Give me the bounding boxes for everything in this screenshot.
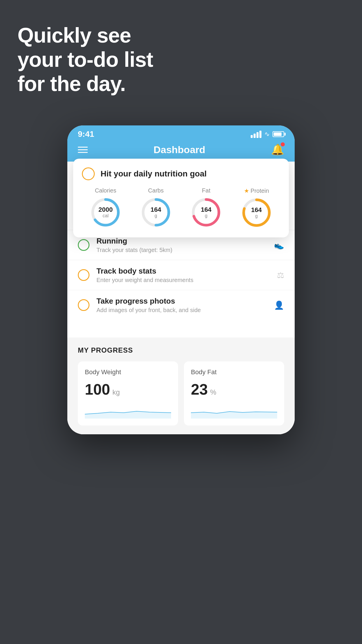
star-icon: ★ <box>244 187 249 194</box>
phone-mockup: 9:41 ∿ Dashboard 🔔 THINGS TO DO TODAY <box>67 125 295 434</box>
running-text: Running Track your stats (target: 5km) <box>96 237 267 253</box>
progress-cards: Body Weight 100 kg Body Fat <box>78 361 284 426</box>
calories-value: 2000 <box>99 206 113 213</box>
status-time: 9:41 <box>78 130 94 139</box>
carbs-unit: g <box>150 213 161 218</box>
body-fat-number: 23 <box>191 381 208 398</box>
nutrition-calories: Calories 2000 cal <box>89 187 122 229</box>
body-stats-text: Track body stats Enter your weight and m… <box>96 267 270 284</box>
status-bar: 9:41 ∿ <box>67 125 295 141</box>
body-weight-title: Body Weight <box>85 368 171 376</box>
progress-section-title: MY PROGRESS <box>78 346 284 354</box>
photos-subtitle: Add images of your front, back, and side <box>96 307 267 314</box>
protein-donut: 164 g <box>240 197 273 229</box>
nutrition-grid: Calories 2000 cal Carbs <box>82 187 280 229</box>
calories-unit: cal <box>99 213 113 218</box>
protein-label: ★ Protein <box>244 187 269 194</box>
notification-dot <box>281 142 285 146</box>
body-fat-title: Body Fat <box>191 368 277 376</box>
calories-label: Calories <box>95 187 116 194</box>
body-fat-value-container: 23 % <box>191 381 277 398</box>
photos-title: Take progress photos <box>96 297 267 306</box>
hamburger-menu[interactable] <box>78 147 88 153</box>
nutrition-check-circle[interactable] <box>82 167 95 180</box>
hero-text: Quickly see your to-do list for the day. <box>17 23 153 96</box>
body-fat-unit: % <box>210 388 216 396</box>
todo-list: Running Track your stats (target: 5km) 👟… <box>67 230 295 320</box>
card-header: Hit your daily nutrition goal <box>82 167 280 180</box>
nutrition-card: Hit your daily nutrition goal Calories 2… <box>73 159 289 237</box>
wifi-icon: ∿ <box>264 130 270 138</box>
scale-icon: ⚖ <box>277 270 284 280</box>
notification-bell[interactable]: 🔔 <box>271 144 284 156</box>
todo-body-stats[interactable]: Track body stats Enter your weight and m… <box>67 260 295 290</box>
protein-value: 164 <box>251 206 262 214</box>
protein-unit: g <box>251 214 262 219</box>
fat-label: Fat <box>202 187 210 194</box>
signal-icon <box>251 131 261 138</box>
nav-title: Dashboard <box>154 144 205 155</box>
body-weight-unit: kg <box>113 388 120 396</box>
body-fat-sparkline <box>191 404 277 419</box>
person-icon: 👤 <box>274 300 284 310</box>
fat-donut: 164 g <box>190 196 222 228</box>
body-weight-sparkline <box>85 404 171 419</box>
running-title: Running <box>96 237 267 246</box>
status-icons: ∿ <box>251 130 284 138</box>
nutrition-protein: ★ Protein 164 g <box>240 187 273 229</box>
nutrition-carbs: Carbs 164 g <box>140 187 172 229</box>
photos-text: Take progress photos Add images of your … <box>96 297 267 314</box>
body-weight-value-container: 100 kg <box>85 381 171 398</box>
body-weight-card[interactable]: Body Weight 100 kg <box>78 361 178 426</box>
running-icon: 👟 <box>274 240 284 250</box>
nutrition-card-title: Hit your daily nutrition goal <box>101 169 207 178</box>
fat-value: 164 <box>201 206 212 213</box>
body-stats-title: Track body stats <box>96 267 270 276</box>
carbs-donut: 164 g <box>140 196 172 228</box>
body-stats-circle <box>78 269 89 281</box>
todo-photos[interactable]: Take progress photos Add images of your … <box>67 290 295 320</box>
photos-circle <box>78 299 89 311</box>
nutrition-fat: Fat 164 g <box>190 187 222 229</box>
carbs-value: 164 <box>150 206 161 213</box>
fat-unit: g <box>201 213 212 218</box>
running-circle <box>78 239 89 251</box>
body-weight-number: 100 <box>85 381 110 398</box>
phone-content: THINGS TO DO TODAY Hit your daily nutrit… <box>67 162 295 434</box>
body-fat-card[interactable]: Body Fat 23 % <box>184 361 284 426</box>
battery-icon <box>273 131 284 137</box>
calories-donut: 2000 cal <box>89 196 122 228</box>
progress-section: MY PROGRESS Body Weight 100 kg <box>67 337 295 434</box>
carbs-label: Carbs <box>148 187 164 194</box>
body-stats-subtitle: Enter your weight and measurements <box>96 277 270 284</box>
running-subtitle: Track your stats (target: 5km) <box>96 247 267 253</box>
